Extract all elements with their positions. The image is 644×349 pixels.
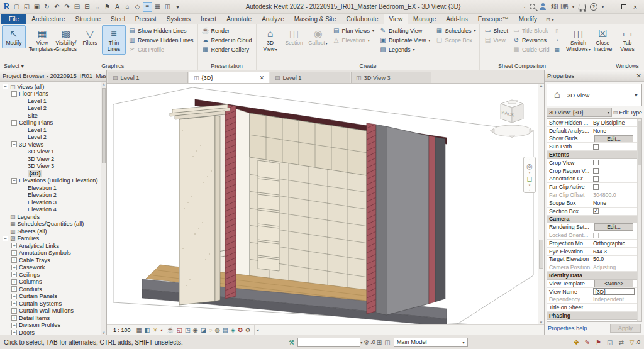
tree-item-ceilings[interactable]: +Ceilings [1, 271, 106, 279]
select-links-icon[interactable]: ✥ [574, 339, 579, 346]
lock-view-icon[interactable]: ◉ [193, 327, 198, 333]
account-dropdown-icon[interactable]: ▾ [572, 4, 574, 9]
project-browser-header[interactable]: Project Browser - 20220915_IR01_Master..… [0, 70, 106, 82]
ribbon-tab-analyze[interactable]: Analyze [257, 14, 289, 24]
tree-item-schedules-quantities-all[interactable]: ▦Schedules/Quantities (all) [1, 221, 106, 228]
switchwindows-button[interactable]: ◫SwitchWindows▾ [566, 25, 590, 55]
checkbox-annotation-cr[interactable] [593, 176, 599, 182]
ribbon-tab-collaborate[interactable]: Collaborate [341, 14, 383, 24]
show-crop-icon[interactable]: ◳ [185, 327, 191, 333]
open-icon[interactable]: ◱ [22, 2, 31, 12]
tree-item-analytical-links[interactable]: +Analytical Links [1, 242, 106, 250]
ribbon-tab-manage[interactable]: Manage [408, 14, 441, 24]
tree-item-level-1[interactable]: Level 1 [1, 97, 106, 105]
edit-type-button[interactable]: ▤ Edit Type [613, 108, 642, 117]
viewcube[interactable]: BACK [487, 92, 537, 144]
property-value[interactable]: 304800.0 [591, 191, 641, 199]
tree-item-curtain-systems[interactable]: +Curtain Systems [1, 300, 106, 307]
tree-item-detail-items[interactable]: +Detail Items [1, 314, 106, 322]
design-option-select[interactable]: Main Model▾ [394, 338, 468, 347]
side-wall[interactable] [376, 125, 445, 315]
canvas-vertical-scrollbar[interactable]: ▲ ▼ [538, 84, 544, 324]
print-icon[interactable]: ▤ [72, 2, 82, 12]
property-value[interactable]: Edit... [591, 135, 641, 143]
property-value[interactable] [591, 159, 641, 167]
view-tab-level-1[interactable]: ▤Level 1 [270, 72, 350, 83]
collapse-icon[interactable]: − [11, 120, 17, 126]
close-button[interactable]: × [631, 3, 640, 11]
checkbox-far-clip-active[interactable] [593, 184, 599, 190]
property-value[interactable]: Adjusting [591, 263, 641, 271]
tree-item-families[interactable]: −▧Families [1, 235, 106, 243]
select-group-label[interactable]: Select ▾ [0, 62, 28, 70]
close-view-tab-icon[interactable]: ✕ [259, 75, 264, 81]
shadows-icon[interactable]: ◐ [160, 327, 164, 333]
tree-item-sheets-all[interactable]: ▥Sheets (all) [1, 228, 106, 235]
aligned-dimension-icon[interactable]: ↔ [92, 2, 102, 12]
drafting-view-button[interactable]: ✎Drafting View [377, 26, 432, 35]
create-group-label[interactable]: Create [257, 62, 480, 70]
properties-header[interactable]: Properties ✕ [545, 70, 644, 82]
section-icon[interactable]: ◇ [133, 2, 142, 12]
interior-wall[interactable] [236, 109, 250, 277]
checkbox-sun-path[interactable] [593, 144, 599, 150]
tree-item-level-2[interactable]: Level 2 [1, 105, 106, 113]
property-value[interactable] [591, 167, 641, 175]
ribbon-tab-enscape[interactable]: Enscape™ [473, 14, 514, 24]
default-3d-view-icon[interactable]: ⌂ [123, 2, 132, 12]
navbar-more-icon[interactable]: ▾ [529, 183, 531, 187]
drag-on-selection-icon[interactable]: ⇄ [618, 339, 623, 346]
switch-windows-icon[interactable]: ◫ [163, 2, 172, 12]
collapse-icon[interactable]: − [3, 84, 8, 89]
close-inactive-icon[interactable]: ▦ [153, 2, 162, 12]
expand-icon[interactable]: + [11, 250, 17, 256]
project-browser-scrollbar[interactable]: ∧∨ [101, 82, 106, 335]
property-value[interactable]: 644.3 [591, 248, 641, 255]
select-underlay-icon[interactable]: ✎ [585, 339, 590, 346]
property-value[interactable]: Edit... [591, 223, 641, 231]
render-dialog-icon[interactable]: ☕ [167, 327, 174, 333]
property-value[interactable] [591, 143, 641, 150]
tree-item-level-2[interactable]: Level 2 [1, 134, 106, 141]
sun-path-icon[interactable]: ☀ [153, 327, 158, 333]
zoom-tool-icon[interactable]: ◻ [526, 175, 532, 182]
displace-elements-icon[interactable]: ◈ [231, 327, 235, 333]
view-template-edit-button[interactable]: <None> [594, 280, 633, 287]
expand-icon[interactable]: + [11, 257, 17, 263]
properties-scrollbar[interactable] [637, 119, 641, 321]
checkbox-crop-region-v[interactable] [593, 168, 599, 174]
tree-item-ceiling-plans[interactable]: −Ceiling Plans [1, 119, 106, 127]
ribbon-tab-modify[interactable]: Modify [514, 14, 542, 24]
show-grids-edit-button[interactable]: Edit... [594, 135, 633, 143]
tileviews-button[interactable]: ▤TileViews [640, 25, 644, 55]
guide-grid-options-icon[interactable]: ▦ [552, 45, 562, 54]
save-icon[interactable]: ▣ [32, 2, 42, 12]
view-tab-level-1[interactable]: ▤Level 1 [108, 72, 188, 83]
checkbox-section-box[interactable]: ✓ [593, 208, 599, 214]
property-value[interactable]: None [591, 127, 641, 135]
temporary-view-properties-icon[interactable]: ▤ [223, 327, 228, 333]
viewtemplates-button[interactable]: ▦ViewTemplates▾ [30, 25, 54, 55]
tree-item-elevation-2[interactable]: Elevation 2 [1, 192, 106, 199]
detail-level-icon[interactable]: ▦ [136, 327, 142, 333]
revision-cloud-icon[interactable]: ◔ [552, 35, 562, 45]
expand-icon[interactable]: + [11, 272, 17, 277]
tree-item-legends[interactable]: ▤Legends [1, 213, 106, 221]
reveal-constraints-icon[interactable]: ✪ [238, 327, 243, 333]
expand-icon[interactable]: + [11, 286, 17, 292]
customize-qat-icon[interactable]: ▾ [173, 2, 182, 12]
search-icon[interactable] [530, 4, 535, 9]
ribbon-tab-massing-site[interactable]: Massing & Site [289, 14, 341, 24]
text-icon[interactable]: A [113, 2, 122, 12]
render-button[interactable]: ☕Render [200, 26, 254, 35]
ribbon-tab-view[interactable]: View [384, 14, 409, 24]
checkbox-crop-view[interactable] [593, 160, 599, 165]
ribbon-tab-architecture[interactable]: Architecture [26, 14, 70, 24]
tag-icon[interactable]: ⚑ [103, 2, 112, 12]
expand-icon[interactable]: + [11, 330, 17, 335]
apply-button[interactable]: Apply [610, 324, 641, 333]
thinlines-button[interactable]: ≡ThinLines [102, 25, 126, 55]
recent-documents-icon[interactable]: ▢ [12, 2, 21, 12]
tree-item-division-profiles[interactable]: +Division Profiles [1, 322, 106, 330]
canvas-vscroll-thumb[interactable] [539, 240, 543, 269]
